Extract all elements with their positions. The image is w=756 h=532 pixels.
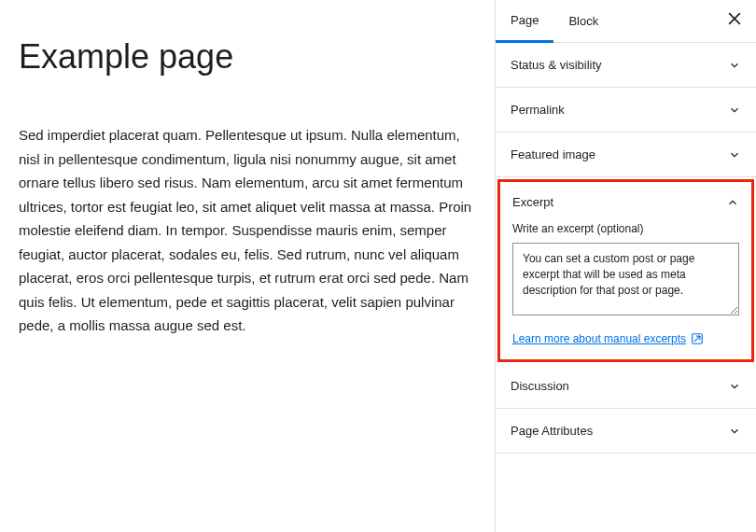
panel-page-attributes-header[interactable]: Page Attributes bbox=[496, 409, 756, 453]
excerpt-label: Write an excerpt (optional) bbox=[512, 222, 739, 235]
panel-permalink: Permalink bbox=[496, 88, 756, 133]
close-sidebar-button[interactable] bbox=[713, 0, 756, 43]
sidebar-tabs: Page Block bbox=[496, 0, 756, 43]
learn-more-link[interactable]: Learn more about manual excerpts bbox=[512, 332, 704, 345]
tab-block[interactable]: Block bbox=[553, 0, 613, 43]
panel-featured-image-title: Featured image bbox=[511, 147, 595, 161]
chevron-down-icon bbox=[728, 59, 741, 72]
panel-discussion-title: Discussion bbox=[511, 379, 569, 393]
settings-sidebar: Page Block Status & visibility Permalink… bbox=[495, 0, 756, 532]
learn-more-text: Learn more about manual excerpts bbox=[512, 332, 686, 345]
panel-excerpt: Excerpt Write an excerpt (optional) Lear… bbox=[497, 179, 754, 362]
tab-page[interactable]: Page bbox=[496, 0, 553, 43]
panel-featured-image-header[interactable]: Featured image bbox=[496, 133, 756, 176]
panel-excerpt-title: Excerpt bbox=[512, 195, 553, 209]
excerpt-textarea[interactable] bbox=[512, 243, 739, 315]
panel-status: Status & visibility bbox=[496, 43, 756, 88]
panel-status-title: Status & visibility bbox=[511, 58, 602, 72]
panel-discussion: Discussion bbox=[496, 364, 756, 409]
chevron-down-icon bbox=[728, 425, 741, 438]
panel-featured-image: Featured image bbox=[496, 133, 756, 177]
panel-permalink-header[interactable]: Permalink bbox=[496, 88, 756, 132]
chevron-up-icon bbox=[726, 196, 739, 209]
panel-page-attributes: Page Attributes bbox=[496, 409, 756, 454]
panel-discussion-header[interactable]: Discussion bbox=[496, 364, 756, 408]
panel-status-header[interactable]: Status & visibility bbox=[496, 43, 756, 87]
panel-permalink-title: Permalink bbox=[511, 103, 565, 117]
panel-excerpt-header[interactable]: Excerpt bbox=[500, 182, 751, 222]
chevron-down-icon bbox=[728, 104, 741, 117]
external-link-icon bbox=[691, 332, 704, 345]
close-icon bbox=[725, 9, 744, 33]
chevron-down-icon bbox=[728, 380, 741, 393]
page-content[interactable]: Sed imperdiet placerat quam. Pellentesqu… bbox=[19, 123, 476, 338]
panel-excerpt-body: Write an excerpt (optional) Learn more a… bbox=[500, 222, 751, 359]
panel-page-attributes-title: Page Attributes bbox=[511, 424, 593, 438]
page-title[interactable]: Example page bbox=[19, 37, 476, 77]
editor-main: Example page Sed imperdiet placerat quam… bbox=[0, 0, 495, 532]
chevron-down-icon bbox=[728, 148, 741, 161]
